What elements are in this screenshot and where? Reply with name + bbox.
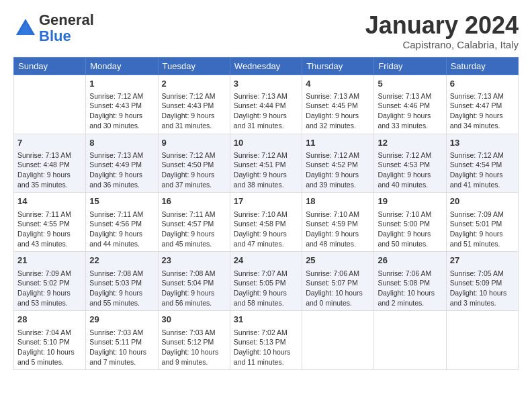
calendar-week-row: 21Sunrise: 7:09 AMSunset: 5:02 PMDayligh… <box>14 252 519 311</box>
day-number: 6 <box>450 78 515 90</box>
day-info-line: Daylight: 9 hours <box>450 170 515 180</box>
day-info-line: Sunset: 4:46 PM <box>378 101 442 111</box>
day-info-line: Sunrise: 7:12 AM <box>89 91 154 101</box>
day-info-line: Sunrise: 7:10 AM <box>234 210 298 220</box>
day-info-line: and 36 minutes. <box>89 180 154 190</box>
day-number: 29 <box>89 314 154 326</box>
day-info-line: and 31 minutes. <box>162 121 226 131</box>
day-number: 30 <box>162 314 226 326</box>
day-info-line: Daylight: 9 hours <box>234 229 298 239</box>
day-info-line: and 38 minutes. <box>234 180 298 190</box>
table-row: 24Sunrise: 7:07 AMSunset: 5:05 PMDayligh… <box>230 252 302 311</box>
day-info-line: Sunset: 5:05 PM <box>234 278 298 288</box>
table-row <box>374 311 446 370</box>
day-info-line: Sunrise: 7:12 AM <box>450 150 515 161</box>
day-info-line: Daylight: 9 hours <box>162 288 226 298</box>
day-info-line: Daylight: 9 hours <box>450 229 515 239</box>
calendar-week-row: 28Sunrise: 7:04 AMSunset: 5:10 PMDayligh… <box>14 311 519 370</box>
day-info-line: Sunset: 5:01 PM <box>450 219 515 229</box>
title-block: January 2024 Capistrano, Calabria, Italy <box>365 12 519 50</box>
day-info-line: Sunset: 5:03 PM <box>89 278 154 288</box>
table-row: 27Sunrise: 7:05 AMSunset: 5:09 PMDayligh… <box>446 252 518 311</box>
table-row: 19Sunrise: 7:10 AMSunset: 5:00 PMDayligh… <box>374 193 446 252</box>
logo-icon <box>13 16 38 40</box>
table-row: 20Sunrise: 7:09 AMSunset: 5:01 PMDayligh… <box>446 193 518 252</box>
col-sunday: Sunday <box>14 57 86 75</box>
table-row: 30Sunrise: 7:03 AMSunset: 5:12 PMDayligh… <box>158 311 230 370</box>
col-friday: Friday <box>374 57 446 75</box>
day-info-line: Sunrise: 7:03 AM <box>162 328 226 338</box>
day-info-line: Sunset: 5:07 PM <box>306 278 370 288</box>
day-info-line: Sunrise: 7:09 AM <box>450 210 515 220</box>
day-number: 25 <box>306 255 370 267</box>
day-info-line: Sunrise: 7:12 AM <box>306 150 370 161</box>
day-info-line: Daylight: 9 hours <box>162 229 226 239</box>
col-tuesday: Tuesday <box>158 57 230 75</box>
day-info-line: Daylight: 9 hours <box>89 288 154 298</box>
day-info-line: and 55 minutes. <box>89 298 154 308</box>
day-info-line: Sunset: 5:02 PM <box>17 278 82 288</box>
calendar-week-row: 1Sunrise: 7:12 AMSunset: 4:43 PMDaylight… <box>14 75 519 134</box>
day-info-line: Sunset: 4:52 PM <box>306 160 370 170</box>
calendar-week-row: 7Sunrise: 7:13 AMSunset: 4:48 PMDaylight… <box>14 134 519 193</box>
day-info-line: Sunrise: 7:04 AM <box>17 328 82 338</box>
table-row: 11Sunrise: 7:12 AMSunset: 4:52 PMDayligh… <box>302 134 374 193</box>
day-info-line: Sunrise: 7:13 AM <box>450 91 515 101</box>
table-row: 28Sunrise: 7:04 AMSunset: 5:10 PMDayligh… <box>14 311 86 370</box>
day-info-line: Sunset: 4:56 PM <box>89 219 154 229</box>
day-info-line: Sunrise: 7:12 AM <box>162 91 226 101</box>
day-info-line: and 47 minutes. <box>234 239 298 249</box>
day-info-line: and 40 minutes. <box>378 180 442 190</box>
table-row: 1Sunrise: 7:12 AMSunset: 4:43 PMDaylight… <box>86 75 158 134</box>
day-info-line: Daylight: 9 hours <box>17 288 82 298</box>
table-row: 23Sunrise: 7:08 AMSunset: 5:04 PMDayligh… <box>158 252 230 311</box>
day-info-line: Sunrise: 7:12 AM <box>234 150 298 161</box>
day-info-line: Daylight: 9 hours <box>378 111 442 121</box>
day-info-line: Sunset: 4:50 PM <box>162 160 226 170</box>
day-info-line: Sunrise: 7:13 AM <box>17 150 82 161</box>
table-row: 26Sunrise: 7:06 AMSunset: 5:08 PMDayligh… <box>374 252 446 311</box>
day-info-line: and 7 minutes. <box>89 357 154 367</box>
day-number: 11 <box>306 137 370 149</box>
day-info-line: and 2 minutes. <box>378 298 442 308</box>
day-info-line: Daylight: 9 hours <box>89 170 154 180</box>
day-number: 26 <box>378 255 442 267</box>
page: General Blue January 2024 Capistrano, Ca… <box>0 0 532 411</box>
day-info-line: Sunrise: 7:13 AM <box>89 150 154 161</box>
day-number: 13 <box>450 137 515 149</box>
day-info-line: and 39 minutes. <box>306 180 370 190</box>
day-info-line: Sunset: 4:54 PM <box>450 160 515 170</box>
day-number: 9 <box>162 137 226 149</box>
day-info-line: Daylight: 10 hours <box>450 288 515 298</box>
table-row: 22Sunrise: 7:08 AMSunset: 5:03 PMDayligh… <box>86 252 158 311</box>
day-number: 27 <box>450 255 515 267</box>
day-info-line: and 34 minutes. <box>450 121 515 131</box>
table-row: 13Sunrise: 7:12 AMSunset: 4:54 PMDayligh… <box>446 134 518 193</box>
day-info-line: Sunrise: 7:13 AM <box>306 91 370 101</box>
location-subtitle: Capistrano, Calabria, Italy <box>365 39 519 50</box>
day-info-line: Sunset: 5:11 PM <box>89 337 154 347</box>
day-info-line: Sunset: 4:57 PM <box>162 219 226 229</box>
logo-text: General Blue <box>39 12 94 44</box>
day-info-line: Sunset: 4:47 PM <box>450 101 515 111</box>
table-row: 17Sunrise: 7:10 AMSunset: 4:58 PMDayligh… <box>230 193 302 252</box>
day-info-line: Sunrise: 7:08 AM <box>162 269 226 279</box>
day-info-line: Daylight: 9 hours <box>378 229 442 239</box>
day-info-line: Daylight: 9 hours <box>306 170 370 180</box>
day-number: 16 <box>162 195 226 208</box>
table-row <box>302 311 374 370</box>
day-info-line: Daylight: 9 hours <box>162 111 226 121</box>
table-row <box>14 75 86 134</box>
day-info-line: Sunrise: 7:13 AM <box>378 91 442 101</box>
col-wednesday: Wednesday <box>230 57 302 75</box>
day-info-line: Sunrise: 7:13 AM <box>234 91 298 101</box>
day-number: 3 <box>234 78 298 90</box>
table-row: 18Sunrise: 7:10 AMSunset: 4:59 PMDayligh… <box>302 193 374 252</box>
table-row: 8Sunrise: 7:13 AMSunset: 4:49 PMDaylight… <box>86 134 158 193</box>
day-info-line: and 37 minutes. <box>162 180 226 190</box>
day-info-line: and 43 minutes. <box>17 239 82 249</box>
day-info-line: Daylight: 9 hours <box>17 229 82 239</box>
day-info-line: Sunrise: 7:05 AM <box>450 269 515 279</box>
table-row <box>446 311 518 370</box>
day-info-line: and 51 minutes. <box>450 239 515 249</box>
